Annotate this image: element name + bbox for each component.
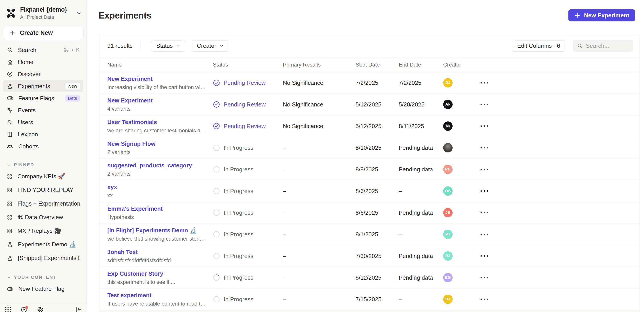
empty-circle-icon [213, 296, 220, 303]
creator-filter-button[interactable]: Creator [192, 40, 229, 52]
pinned-item[interactable]: [Shipped] Experiments Demo 🖊 [3, 251, 84, 265]
board-icon [7, 214, 12, 220]
table-body: New Experiment Increasing visibility of … [99, 72, 640, 310]
nav-item-label: Users [18, 119, 33, 126]
pinned-item[interactable]: FIND YOUR REPLAY [3, 183, 84, 197]
your-content-section-header[interactable]: YOUR CONTENT [3, 275, 84, 280]
table-row[interactable]: Emma's Experiment Hypothesis In Progress… [99, 202, 640, 224]
experiment-name-link[interactable]: User Testimonials [107, 119, 206, 126]
pinned-item[interactable]: Experiments Demo 🔬 [3, 238, 84, 251]
search-input[interactable] [586, 42, 629, 49]
experiment-name-link[interactable]: suggested_products_category [107, 162, 206, 169]
row-menu-button[interactable] [477, 187, 492, 195]
experiment-description: If users have relatable content to read … [107, 301, 206, 307]
column-header-end-date[interactable]: End Date [399, 62, 443, 68]
sidebar-nav-item[interactable]: Lexicon [3, 128, 84, 140]
creator-avatar: PH [443, 165, 452, 174]
status-filter-button[interactable]: Status [151, 40, 186, 52]
table-row[interactable]: Jonah Test sdfdsfdsfsdfdffdfdsfsdfdsfd I… [99, 245, 640, 267]
experiment-name-link[interactable]: xyx [107, 184, 206, 191]
status-cell: In Progress [213, 296, 283, 303]
experiment-description: Hypothesis [107, 214, 206, 220]
edit-columns-button[interactable]: Edit Columns · 6 [512, 40, 565, 52]
empty-circle-icon [213, 144, 220, 151]
sidebar-nav-item[interactable]: Users [3, 116, 84, 128]
sidebar-nav-item[interactable]: Discover [3, 68, 84, 80]
row-menu-button[interactable] [477, 231, 492, 238]
column-header-name[interactable]: Name [107, 62, 213, 68]
home-icon [7, 59, 13, 65]
primary-results-value: – [283, 145, 356, 151]
row-menu-button[interactable] [477, 209, 492, 216]
help-icon[interactable]: ? [20, 306, 28, 312]
experiment-description: xx [107, 192, 206, 199]
primary-results-value: – [283, 188, 356, 195]
apps-grid-icon[interactable] [4, 306, 12, 312]
experiment-name-link[interactable]: Test experiment [107, 292, 206, 299]
pinned-section-header[interactable]: PINNED [3, 162, 84, 167]
row-menu-button[interactable] [477, 252, 492, 260]
sidebar-nav-item[interactable]: Search ⌘ + K [3, 44, 84, 56]
collapse-sidebar-icon[interactable] [75, 306, 82, 312]
chevron-down-icon [76, 10, 82, 16]
new-experiment-button[interactable]: New Experiment [568, 9, 635, 21]
experiment-name-link[interactable]: New Experiment [107, 75, 206, 82]
experiment-name-link[interactable]: Exp Customer Story [107, 270, 206, 277]
row-menu-button[interactable] [477, 101, 492, 108]
start-date-value: 8/6/2025 [356, 209, 399, 216]
row-menu-button[interactable] [477, 79, 492, 86]
table-row[interactable]: [In Flight] Experiments Demo 🔬 we believ… [99, 224, 640, 245]
table-row[interactable]: New Experiment 4 variants Pending Review… [99, 94, 640, 115]
pinned-item[interactable]: MXP Replays 🎥 [3, 224, 84, 238]
row-menu-button[interactable] [477, 144, 492, 151]
table-row[interactable]: Exp Customer Story this experiment is to… [99, 267, 640, 289]
your-content-item[interactable]: New Feature Flag [3, 282, 84, 296]
pinned-item[interactable]: Flags + Experimentation Demo , [3, 197, 84, 210]
status-label: Pending Review [224, 79, 266, 86]
create-new-button[interactable]: Create New [3, 26, 84, 40]
row-menu-button[interactable] [477, 274, 492, 281]
status-label: Pending Review [224, 123, 266, 130]
pinned-item[interactable]: Company KPIs 🚀 [3, 170, 84, 183]
experiment-name-link[interactable]: Emma's Experiment [107, 205, 206, 212]
book-icon [7, 131, 13, 138]
sidebar-nav-item[interactable]: Cohorts [3, 140, 84, 153]
table-row[interactable]: User Testimonials we are sharing custome… [99, 115, 640, 137]
table-row[interactable]: New Signup Flow 2 variants In Progress –… [99, 137, 640, 159]
column-header-creator[interactable]: Creator [443, 62, 477, 68]
nav-item-label: Events [18, 107, 36, 114]
status-cell: In Progress [213, 274, 283, 281]
row-menu-button[interactable] [477, 123, 492, 130]
table-search[interactable] [573, 40, 633, 52]
row-menu-button[interactable] [477, 166, 492, 173]
pinned-item[interactable]: 🛠 Data Overview [3, 210, 84, 224]
end-date-value: – [399, 188, 443, 195]
sidebar-nav-item[interactable]: Experiments New [3, 80, 84, 92]
table-row[interactable]: New Experiment Increasing visibility of … [99, 72, 640, 94]
row-menu-button[interactable] [477, 296, 492, 303]
start-date-value: 8/8/2025 [356, 166, 399, 173]
experiment-name-link[interactable]: [In Flight] Experiments Demo 🔬 [107, 227, 206, 234]
settings-gear-icon[interactable] [37, 306, 44, 312]
start-date-value: 7/15/2025 [356, 296, 399, 303]
table-row[interactable]: xyx xx In Progress – 8/6/2025 – OS [99, 180, 640, 202]
column-header-primary-results[interactable]: Primary Results [283, 62, 356, 68]
column-header-status[interactable]: Status [213, 62, 283, 68]
status-cell: In Progress [213, 166, 283, 173]
status-label: In Progress [224, 296, 253, 303]
table-row[interactable]: Test experiment If users have relatable … [99, 289, 640, 310]
start-date-value: 5/12/2025 [356, 123, 399, 130]
search-icon [577, 43, 583, 49]
table-row[interactable]: suggested_products_category 2 variants I… [99, 159, 640, 180]
chevron-down-icon [219, 43, 224, 48]
start-date-value: 5/12/2025 [356, 101, 399, 108]
flask-icon [7, 241, 13, 248]
project-switcher[interactable]: Fixpanel {demo} All Project Data [0, 0, 86, 23]
column-header-start-date[interactable]: Start Date [356, 62, 399, 68]
sidebar-nav-item[interactable]: Feature Flags Beta [3, 92, 84, 104]
experiment-name-link[interactable]: New Signup Flow [107, 140, 206, 147]
experiment-name-link[interactable]: Jonah Test [107, 249, 206, 256]
sidebar-nav-item[interactable]: Events [3, 104, 84, 116]
experiment-name-link[interactable]: New Experiment [107, 97, 206, 104]
sidebar-nav-item[interactable]: Home [3, 56, 84, 68]
